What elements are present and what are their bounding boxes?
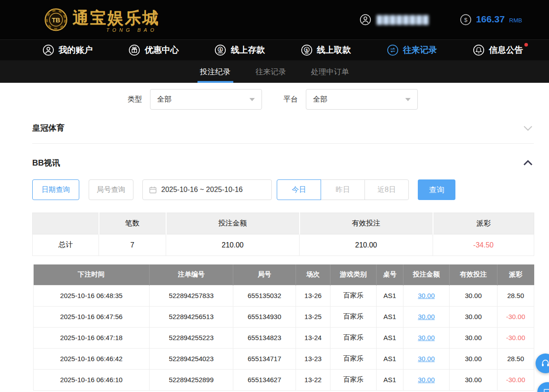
chevron-up-icon[interactable] <box>522 157 534 169</box>
bet-amount-link[interactable]: 30.00 <box>418 376 435 383</box>
session-cell: 13-22 <box>296 369 330 390</box>
summary-header-empty <box>33 213 99 234</box>
valid-bet-cell: 30.00 <box>450 348 498 369</box>
bet-amount-link[interactable]: 30.00 <box>418 292 435 299</box>
bet-id-cell: 522894255223 <box>150 327 233 348</box>
platform-filter-label: 平台 <box>283 95 298 104</box>
col-round-id: 局号 <box>233 264 296 285</box>
session-cell: 13-23 <box>296 348 330 369</box>
bet-time-cell: 2025-10-16 06:47:56 <box>34 306 150 327</box>
records-icon <box>387 44 399 56</box>
account-menu[interactable]: ████████ <box>360 14 434 26</box>
bet-time-cell: 2025-10-16 06:46:10 <box>34 369 150 390</box>
chat-icon <box>543 388 549 392</box>
type-select-value: 全部 <box>157 95 249 104</box>
round-query-button[interactable]: 局号查询 <box>89 179 133 200</box>
chip-text: TB <box>52 17 60 24</box>
nav-label: 信息公告 <box>489 44 523 56</box>
nav-label: 往来记录 <box>403 44 437 56</box>
type-select[interactable]: 全部 <box>150 89 262 110</box>
svg-text:$: $ <box>464 17 468 23</box>
table-no-cell: AS1 <box>377 348 403 369</box>
poker-chip-icon: TB <box>44 8 68 32</box>
date-query-button[interactable]: 日期查询 <box>32 179 79 200</box>
bet-time-cell: 2025-10-16 06:48:35 <box>34 285 150 306</box>
date-query-label: 日期查询 <box>42 185 70 195</box>
valid-bet-cell: 30.00 <box>450 369 498 390</box>
svg-text:$: $ <box>305 48 308 52</box>
col-session: 场次 <box>296 264 330 285</box>
col-payout: 派彩 <box>498 264 534 285</box>
table-no-cell: AS1 <box>377 327 403 348</box>
payout-cell: 28.50 <box>498 348 534 369</box>
subtab-label: 投注纪录 <box>200 67 231 77</box>
chevron-down-icon[interactable] <box>522 122 534 134</box>
yesterday-button[interactable]: 昨日 <box>321 179 365 200</box>
last-8-days-button[interactable]: 近8日 <box>365 179 409 200</box>
page: TB 通宝娱乐城 TONG BAO ████████ <box>0 0 549 392</box>
date-range-input[interactable]: 2025-10-16 ~ 2025-10-16 <box>142 179 272 200</box>
col-bet-id: 注单编号 <box>150 264 233 285</box>
quick-date-group: 今日 昨日 近8日 <box>277 179 409 200</box>
nav-item-promotions[interactable]: 优惠中心 <box>129 44 179 56</box>
payout-cell: -30.00 <box>498 306 534 327</box>
search-button[interactable]: 查询 <box>418 179 455 200</box>
payout-cell: 28.50 <box>498 285 534 306</box>
balance-display: $ 166.37 RMB <box>460 14 522 26</box>
valid-bet-cell: 30.00 <box>450 306 498 327</box>
nav-item-announcements[interactable]: 信息公告 <box>473 44 523 56</box>
username: ████████ <box>377 15 434 25</box>
svg-text:$: $ <box>219 47 222 52</box>
main-nav: 我的账户 优惠中心 $ 线上存款 <box>0 39 549 60</box>
nav-item-withdraw[interactable]: $ 线上取款 <box>301 44 351 56</box>
col-bet-amount: 投注金额 <box>403 264 450 285</box>
section-divider <box>32 143 534 144</box>
summary-header-payout: 派彩 <box>433 213 534 234</box>
round-id-cell: 655134717 <box>233 348 296 369</box>
summary-count: 7 <box>99 234 166 256</box>
brand-name: 通宝娱乐城 <box>73 7 160 29</box>
table-no-cell: AS1 <box>377 369 403 390</box>
game-type-cell: 百家乐 <box>330 306 377 327</box>
headset-icon <box>540 358 549 368</box>
col-valid-bet: 有效投注 <box>450 264 498 285</box>
bet-amount-link[interactable]: 30.00 <box>418 355 435 362</box>
subtab-label: 处理中订单 <box>311 67 349 77</box>
bet-table-header-row: 下注时间 注单编号 局号 场次 游戏类别 桌号 投注金额 有效投注 派彩 <box>34 264 534 285</box>
nav-label: 优惠中心 <box>145 44 179 56</box>
bet-amount-link[interactable]: 30.00 <box>418 313 435 320</box>
tab-bet-records[interactable]: 投注纪录 <box>197 60 233 83</box>
today-button[interactable]: 今日 <box>277 179 321 200</box>
session-cell: 13-24 <box>296 327 330 348</box>
game-type-cell: 百家乐 <box>330 348 377 369</box>
nav-item-my-account[interactable]: 我的账户 <box>43 44 93 56</box>
tab-transaction-records[interactable]: 往来记录 <box>253 60 289 83</box>
tab-processing-orders[interactable]: 处理中订单 <box>309 60 352 83</box>
table-row: 2025-10-16 06:47:56 522894256513 6551349… <box>34 306 534 327</box>
bet-records-table: 下注时间 注单编号 局号 场次 游戏类别 桌号 投注金额 有效投注 派彩 202… <box>33 264 534 391</box>
brand-logo[interactable]: TB 通宝娱乐城 TONG BAO <box>44 7 160 33</box>
bet-time-cell: 2025-10-16 06:47:18 <box>34 327 150 348</box>
bet-amount-link[interactable]: 30.00 <box>418 334 435 341</box>
platform-select[interactable]: 全部 <box>306 89 418 110</box>
withdraw-coin-icon: $ <box>301 44 313 56</box>
nav-item-transaction-records[interactable]: 往来记录 <box>387 44 437 56</box>
section-crown-sports[interactable]: 皇冠体育 <box>32 122 534 134</box>
last-8-days-label: 近8日 <box>377 185 396 195</box>
valid-bet-cell: 30.00 <box>450 327 498 348</box>
bet-id-cell: 522894254023 <box>150 348 233 369</box>
calendar-icon <box>149 186 157 194</box>
section-bb-video[interactable]: BB视讯 <box>32 157 534 169</box>
coin-icon: $ <box>460 14 472 26</box>
user-icon <box>360 14 371 26</box>
nav-item-deposit[interactable]: $ 线上存款 <box>214 44 265 56</box>
subtab-label: 往来记录 <box>256 67 286 77</box>
col-table-no: 桌号 <box>377 264 403 285</box>
gift-icon <box>129 44 140 56</box>
bell-icon <box>473 44 485 56</box>
balance-amount: 166.37 <box>476 14 505 25</box>
table-no-cell: AS1 <box>377 285 403 306</box>
summary-header-count: 笔数 <box>99 213 166 234</box>
round-id-cell: 655135032 <box>233 285 296 306</box>
platform-select-value: 全部 <box>313 95 405 104</box>
